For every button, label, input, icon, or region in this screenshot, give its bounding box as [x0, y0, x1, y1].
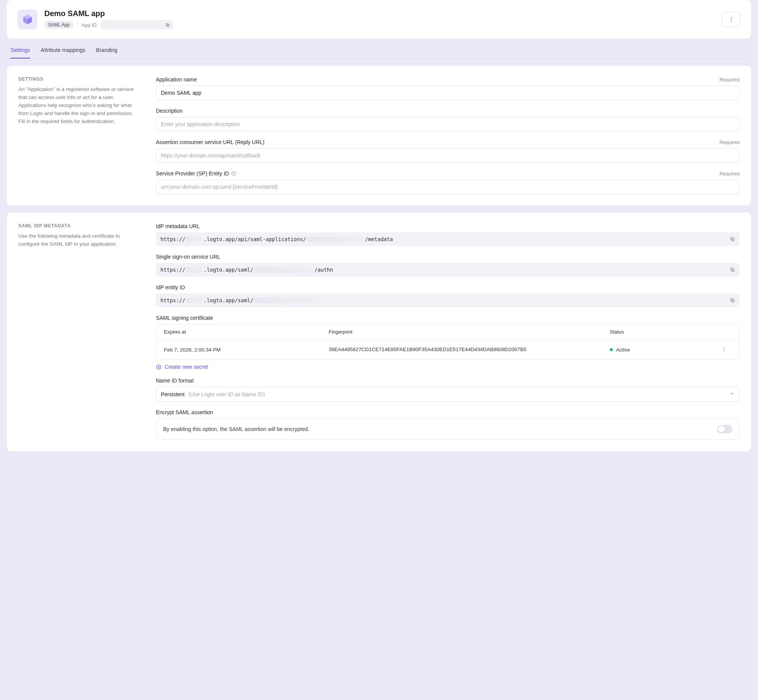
url-fragment: .logto.app/saml/: [204, 267, 253, 273]
url-fragment: https://: [160, 297, 185, 303]
acs-url-input[interactable]: [156, 148, 740, 163]
col-fingerprint: Fingerprint: [329, 329, 605, 335]
required-tag: Required: [719, 77, 740, 83]
required-tag: Required: [719, 171, 740, 177]
metadata-url-label: IdP metadata URL: [156, 223, 740, 229]
redacted-segment: [186, 298, 203, 303]
redacted-segment: [186, 267, 203, 272]
url-fragment: https://: [160, 267, 185, 273]
encrypt-text: By enabling this option, the SAML assert…: [163, 426, 309, 432]
svg-point-4: [731, 21, 732, 21]
col-expires: Expires at: [164, 329, 324, 335]
tab-settings[interactable]: Settings: [11, 42, 30, 58]
col-status: Status: [610, 329, 712, 335]
redacted-segment: [186, 237, 203, 242]
status-badge: Active: [610, 347, 712, 353]
copy-icon[interactable]: [730, 267, 735, 272]
table-row: Feb 7, 2028, 2:00:34 PM 38EA4495827CD1CE…: [156, 340, 739, 360]
cert-fingerprint: 38EA4495827CD1CE714E85FAE1B90F35A430ED1E…: [329, 346, 605, 353]
encrypt-toggle[interactable]: [717, 425, 732, 433]
app-icon: [18, 10, 37, 29]
settings-heading: SETTINGS: [18, 76, 141, 82]
description-input[interactable]: [156, 117, 740, 131]
url-fragment: .logto.app/api/saml-applications/: [204, 236, 306, 242]
svg-point-16: [724, 351, 724, 352]
copy-icon[interactable]: [165, 23, 170, 28]
idp-heading: SAML IDP METADATA: [18, 223, 141, 228]
cert-expires-at: Feb 7, 2028, 2:00:34 PM: [164, 347, 324, 353]
info-icon[interactable]: [231, 171, 236, 176]
required-tag: Required: [719, 139, 740, 145]
idp-entity-id-label: IdP entity ID: [156, 284, 740, 290]
name-id-hint: (Use Logto user ID as Name ID): [188, 391, 265, 397]
svg-point-3: [731, 19, 732, 19]
cert-table: Expires at Fingerprint Status Feb 7, 202…: [156, 324, 740, 360]
sp-entity-id-input[interactable]: [156, 180, 740, 194]
tab-attribute-mappings[interactable]: Attribute mappings: [41, 42, 86, 58]
status-text: Active: [616, 347, 630, 353]
name-id-select[interactable]: Persistent (Use Logto user ID as Name ID…: [156, 387, 740, 402]
metadata-url-value: https:// .logto.app/api/saml-application…: [156, 232, 740, 246]
redacted-segment: [254, 267, 314, 272]
more-actions-button[interactable]: [722, 12, 740, 27]
name-id-value: Persistent: [161, 391, 185, 397]
name-id-label: Name ID format: [156, 378, 740, 384]
tab-branding[interactable]: Branding: [96, 42, 117, 58]
cert-label: SAML signing certificate: [156, 315, 740, 321]
divider: [77, 22, 78, 28]
url-fragment: https://: [160, 236, 185, 242]
svg-point-15: [724, 349, 724, 350]
url-fragment: .logto.app/saml/: [204, 297, 253, 303]
acs-url-label: Assertion consumer service URL (Reply UR…: [156, 139, 264, 145]
encrypt-box: By enabling this option, the SAML assert…: [156, 418, 740, 440]
settings-section: SETTINGS An "Application" is a registere…: [7, 66, 751, 206]
app-type-badge: SAML App: [44, 21, 73, 29]
copy-icon[interactable]: [730, 237, 735, 242]
svg-point-2: [731, 17, 732, 18]
app-id-label: App ID: [81, 22, 97, 28]
header-card: Demo SAML app SAML App App ID: [7, 0, 751, 39]
chevron-down-icon: [729, 391, 735, 397]
app-name-input[interactable]: [156, 86, 740, 100]
sso-url-value: https:// .logto.app/saml/ /authn: [156, 263, 740, 277]
create-secret-label: Create new secret: [165, 364, 208, 370]
sp-entity-id-label-text: Service Provider (SP) Entity ID: [156, 170, 229, 177]
row-more-button[interactable]: [716, 347, 732, 352]
app-id-value: [100, 20, 173, 29]
description-label: Description: [156, 108, 183, 114]
url-fragment: /authn: [314, 267, 333, 273]
idp-metadata-section: SAML IDP METADATA Use the following meta…: [7, 212, 751, 451]
tabs: Settings Attribute mappings Branding: [7, 42, 751, 59]
sso-url-label: Single sign-on service URL: [156, 254, 740, 260]
idp-description: Use the following metadata and certifica…: [18, 232, 141, 248]
create-secret-button[interactable]: Create new secret: [156, 364, 740, 370]
redacted-segment: [254, 298, 314, 303]
app-name-label: Application name: [156, 76, 197, 83]
sp-entity-id-label: Service Provider (SP) Entity ID: [156, 170, 236, 177]
url-fragment: /metadata: [365, 236, 393, 242]
svg-point-7: [234, 172, 234, 173]
redacted-segment: [307, 237, 364, 242]
page-title: Demo SAML app: [44, 9, 173, 18]
svg-point-14: [724, 348, 724, 348]
status-dot-icon: [610, 348, 613, 351]
copy-icon[interactable]: [730, 298, 735, 303]
idp-entity-id-value: https:// .logto.app/saml/: [156, 293, 740, 307]
encrypt-label: Encrypt SAML assertion: [156, 409, 740, 415]
settings-description: An "Application" is a registered softwar…: [18, 86, 141, 126]
